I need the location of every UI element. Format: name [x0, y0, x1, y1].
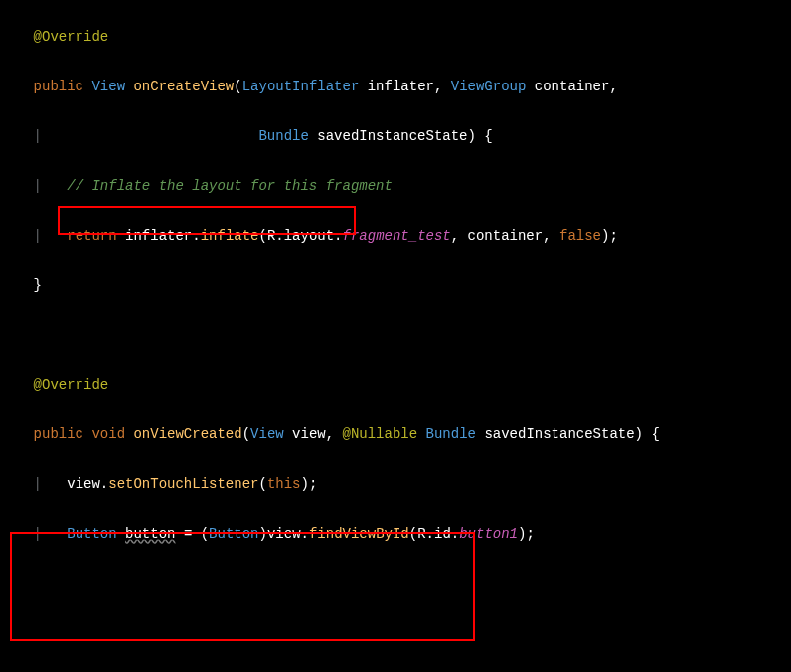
annotation-override: @Override [34, 377, 109, 393]
method-setOnTouchListener: setOnTouchListener [108, 476, 258, 492]
kw-public: public [34, 79, 83, 94]
return-type: View [91, 79, 125, 94]
method-onViewCreated: onViewCreated [133, 426, 241, 442]
comment: // Inflate the layout for this fragment [67, 178, 393, 194]
method-onCreateView: onCreateView [133, 79, 234, 94]
code-editor[interactable]: @Override public View onCreateView(Layou… [0, 0, 791, 672]
annotation-override: @Override [34, 29, 109, 45]
